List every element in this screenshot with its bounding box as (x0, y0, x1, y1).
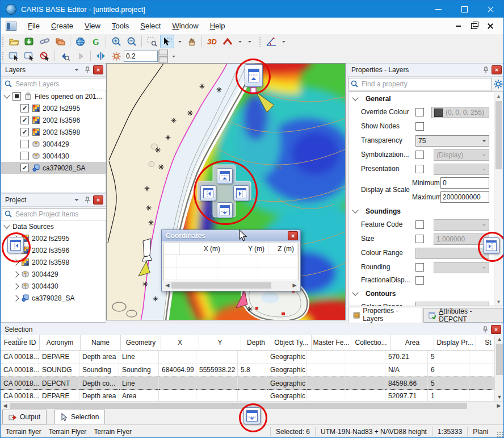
feature-code-checkbox[interactable] (415, 220, 424, 229)
contours-colour-range-combo[interactable] (415, 302, 489, 306)
coord-column-header[interactable]: Z (m) (268, 243, 298, 255)
layer-row-2002-fs3596[interactable]: 2002 fs3596 (1, 114, 106, 126)
terrain-flyer-dropdown[interactable] (236, 35, 243, 48)
scroll-down-icon[interactable]: ▼ (494, 298, 503, 306)
show-nodes-checkbox[interactable] (415, 122, 424, 131)
coordinates-title-bar[interactable]: Coordinates (162, 230, 300, 241)
project-row-3004429[interactable]: 3004429 (1, 268, 106, 280)
menu-create[interactable]: Create (45, 19, 79, 32)
toolbar-grip[interactable] (259, 36, 262, 47)
column-header-master-fe-[interactable]: Master Fe... (312, 335, 351, 350)
column-header-display-pr-[interactable]: Display Pr... (434, 335, 476, 350)
layer-checkbox[interactable] (20, 164, 29, 172)
close-button[interactable] (477, 1, 503, 18)
dock-up-button[interactable] (217, 168, 233, 184)
toolbar2-overflow-button[interactable] (169, 49, 178, 63)
open-project-button[interactable] (7, 35, 21, 48)
select-by-area-button[interactable] (22, 49, 36, 63)
project-panel-close-button[interactable] (93, 195, 103, 205)
expander-icon[interactable] (3, 92, 10, 98)
measure-dropdown[interactable] (279, 35, 287, 48)
column-header-st[interactable]: St (476, 335, 494, 350)
section-contours[interactable]: Contours (348, 287, 503, 300)
dock-pane-left-button[interactable] (7, 237, 24, 253)
document-icon[interactable] (6, 22, 16, 31)
resize-grip[interactable] (497, 431, 503, 438)
column-header-depth[interactable]: Depth (241, 335, 271, 350)
pin-icon[interactable] (482, 326, 488, 333)
previous-query-button[interactable] (58, 49, 72, 63)
minimize-button[interactable] (425, 1, 451, 18)
google-earth-button[interactable]: G (89, 35, 103, 48)
pin-icon[interactable] (85, 197, 90, 203)
table-row[interactable]: CA 00018...DEPAREDepth areaAreaGeographi… (1, 390, 494, 401)
tab-selection[interactable]: Selection (54, 410, 105, 424)
scroll-right-icon[interactable]: ▶ (494, 403, 503, 408)
section-soundings[interactable]: Soundings (348, 205, 503, 218)
find-property-input[interactable] (360, 80, 489, 89)
coord-column-header[interactable]: X (m) (180, 243, 224, 255)
layer-row-ca379028_sa[interactable]: ca379028_SA (1, 162, 106, 174)
3d-view-button[interactable]: 3D (205, 35, 219, 48)
expander-icon[interactable] (12, 259, 19, 265)
table-row[interactable]: CA 00018...DEPAREDepth areaLineGeographi… (1, 351, 494, 364)
layer-checkbox[interactable] (20, 152, 29, 160)
select-tool-dropdown[interactable] (175, 35, 183, 48)
menu-window[interactable]: Window (166, 19, 204, 32)
table-row[interactable]: CA 00018...SOUNDGSoundingSounding684064.… (1, 364, 494, 377)
column-header-name[interactable]: Name (81, 335, 121, 350)
section-general[interactable]: General (348, 92, 503, 105)
layer-row-2002-fs3598[interactable]: 2002 fs3598 (1, 126, 106, 138)
layer-checkbox[interactable] (20, 128, 29, 136)
properties-scrollbar[interactable]: ▲ ▼ (494, 92, 503, 306)
dock-pane-right-button[interactable] (483, 237, 499, 254)
column-header-x[interactable]: X (161, 335, 199, 350)
expander-icon[interactable] (12, 283, 19, 289)
layer-checkbox[interactable] (20, 104, 29, 112)
add-data-button[interactable] (22, 35, 36, 48)
mdi-close-icon[interactable] (488, 23, 493, 29)
terrain-flyer-button[interactable] (220, 35, 234, 48)
link-data-button[interactable] (37, 35, 52, 48)
tab-properties-layers[interactable]: Properties - Layers (348, 307, 422, 323)
column-header-feature-id[interactable]: Feature ID (1, 335, 40, 350)
column-header-geometry[interactable]: Geometry (121, 335, 161, 350)
coord-column-header[interactable]: Y (m) (224, 243, 268, 255)
panel-menu-caret-icon[interactable] (74, 199, 79, 203)
column-header-acronym[interactable]: Acronym (40, 335, 81, 350)
layer-row-3004430[interactable]: 3004430 (1, 150, 106, 162)
project-root-row[interactable]: Data Sources (1, 220, 106, 232)
tolerance-down-button[interactable] (158, 56, 168, 62)
menu-file[interactable]: File (22, 19, 45, 32)
dock-left-button[interactable] (200, 185, 216, 201)
dock-pane-bottom-button[interactable] (243, 407, 261, 424)
toolbar-overflow-button[interactable] (245, 35, 254, 48)
menu-select[interactable]: Select (135, 19, 166, 32)
project-row-3004430[interactable]: 3004430 (1, 280, 106, 292)
select-by-rectangle-button[interactable] (7, 49, 21, 63)
toolbar-grip[interactable] (2, 36, 5, 47)
column-header-y[interactable]: Y (199, 335, 241, 350)
override-colour-checkbox[interactable] (415, 108, 424, 116)
layers-root-row[interactable]: Files opened on 201... (1, 90, 106, 102)
pin-icon[interactable] (85, 66, 90, 73)
zoom-area-button[interactable] (145, 35, 159, 48)
next-query-button[interactable] (73, 49, 87, 63)
scroll-left-icon[interactable]: ◀ (163, 282, 171, 288)
properties-panel-close-button[interactable] (492, 65, 502, 74)
panel-menu-caret-icon[interactable] (74, 69, 79, 73)
mdi-restore-icon[interactable] (471, 23, 477, 29)
scroll-up-icon[interactable]: ▲ (494, 92, 503, 100)
expander-icon[interactable] (12, 295, 19, 301)
fractional-display-checkbox[interactable] (415, 276, 424, 285)
scroll-left-icon[interactable]: ◀ (1, 403, 10, 408)
select-tool-button[interactable] (160, 35, 174, 48)
dock-top-button[interactable] (245, 64, 263, 87)
scroll-up-icon[interactable]: ▲ (495, 335, 504, 343)
layer-row-2002-fs2995[interactable]: 2002 fs2995 (1, 102, 106, 114)
column-header-object-ty-[interactable]: Object Ty... (271, 335, 312, 350)
layer-checkbox[interactable] (20, 140, 29, 148)
layer-checkbox[interactable] (20, 116, 29, 124)
symbolization-checkbox[interactable] (415, 151, 424, 159)
table-row[interactable]: CA 00018...DEPCNTDepth co...LineGeograph… (1, 377, 494, 390)
